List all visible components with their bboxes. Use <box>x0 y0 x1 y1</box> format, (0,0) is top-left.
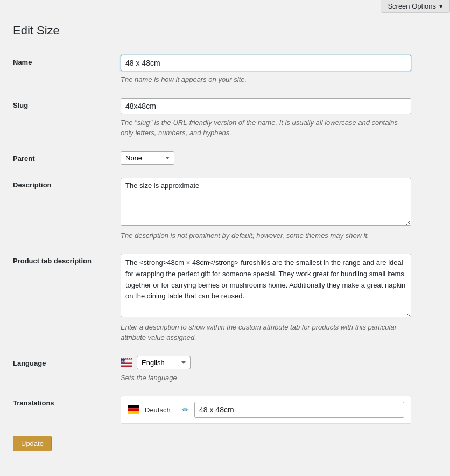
language-cell: ★★★★★★ ★★★★★★ ★★★★★★ English Sets the la… <box>121 349 437 390</box>
parent-label: Parent <box>13 145 121 171</box>
product-tab-cell: The <strong>48cm × 48cm</strong> furoshi… <box>121 247 437 349</box>
name-description: The name is how it appears on your site. <box>121 74 411 85</box>
product-tab-hint: Enter a description to show within the c… <box>121 322 411 343</box>
update-button[interactable]: Update <box>13 436 52 451</box>
form-table: Name The name is how it appears on your … <box>13 48 437 430</box>
top-bar: Screen Options ▾ <box>0 0 450 13</box>
translation-input[interactable] <box>194 402 404 418</box>
name-input[interactable] <box>121 55 411 71</box>
language-label: Language <box>13 349 121 390</box>
screen-options-chevron: ▾ <box>439 2 443 10</box>
svg-rect-6 <box>121 366 132 366</box>
description-row: Description The size is approximate The … <box>13 171 437 248</box>
svg-rect-13 <box>128 411 139 414</box>
screen-options-label: Screen Options <box>388 2 436 10</box>
svg-rect-5 <box>121 365 132 365</box>
parent-select[interactable]: None <box>121 151 174 165</box>
svg-rect-12 <box>128 409 139 411</box>
slug-description: The "slug" is the URL-friendly version o… <box>121 117 411 138</box>
screen-options-button[interactable]: Screen Options ▾ <box>381 0 450 13</box>
edit-pencil-icon[interactable]: ✏ <box>182 405 189 414</box>
page-title: Edit Size <box>13 24 437 38</box>
translations-cell: Deutsch ✏ <box>121 389 437 430</box>
slug-row: Slug The "slug" is the URL-friendly vers… <box>13 92 437 145</box>
name-cell: The name is how it appears on your site. <box>121 48 437 92</box>
parent-row: Parent None <box>13 145 437 171</box>
description-label: Description <box>13 171 121 248</box>
product-tab-label: Product tab description <box>13 247 121 349</box>
language-selector: ★★★★★★ ★★★★★★ ★★★★★★ English <box>121 356 437 369</box>
description-hint: The description is not prominent by defa… <box>121 230 411 241</box>
svg-rect-4 <box>121 363 132 363</box>
product-tab-textarea[interactable]: The <strong>48cm × 48cm</strong> furoshi… <box>121 254 411 317</box>
translation-item: Deutsch ✏ <box>128 402 404 418</box>
language-select[interactable]: English <box>137 356 191 369</box>
product-tab-row: Product tab description The <strong>48cm… <box>13 247 437 349</box>
name-row: Name The name is how it appears on your … <box>13 48 437 92</box>
svg-text:★★★★★★: ★★★★★★ <box>121 358 133 360</box>
slug-input[interactable] <box>121 98 411 114</box>
language-hint: Sets the language <box>121 373 411 383</box>
svg-rect-11 <box>128 405 139 408</box>
slug-label: Slug <box>13 92 121 145</box>
translations-label: Translations <box>13 389 121 430</box>
name-label: Name <box>13 48 121 92</box>
slug-cell: The "slug" is the URL-friendly version o… <box>121 92 437 145</box>
page-content: Edit Size Name The name is how it appear… <box>0 13 450 467</box>
parent-cell: None <box>121 145 437 171</box>
description-cell: The size is approximate The description … <box>121 171 437 248</box>
de-flag-icon <box>128 405 139 414</box>
language-row: Language <box>13 349 437 390</box>
translations-row: Translations Deutsch ✏ <box>13 389 437 430</box>
translation-language: Deutsch <box>145 406 177 414</box>
description-textarea[interactable]: The size is approximate <box>121 178 411 226</box>
us-flag-icon: ★★★★★★ ★★★★★★ ★★★★★★ <box>121 358 132 367</box>
translations-box: Deutsch ✏ <box>121 396 411 424</box>
